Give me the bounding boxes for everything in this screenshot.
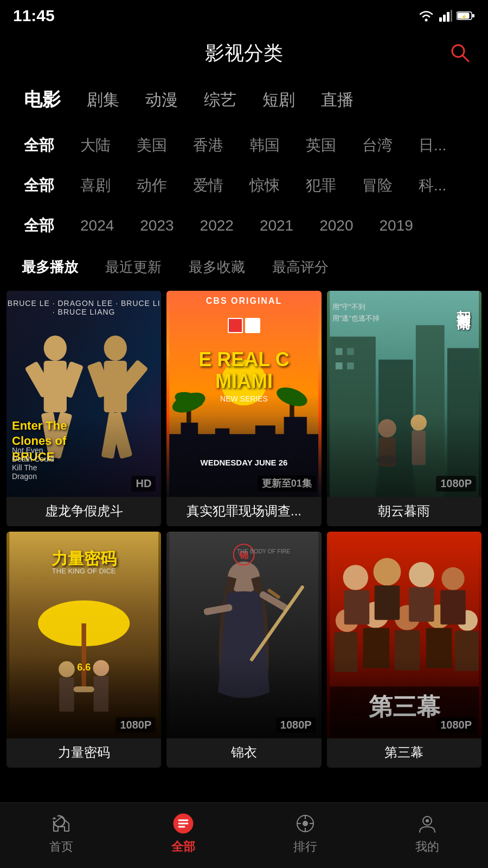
year-2020[interactable]: 2020 [306,214,366,238]
year-2022[interactable]: 2022 [187,214,247,238]
svg-point-70 [441,567,464,590]
all-icon [171,812,195,835]
svg-point-93 [303,821,308,826]
svg-rect-38 [415,325,444,497]
tab-variety[interactable]: 综艺 [191,85,249,116]
category-tabs: 电影 剧集 动漫 综艺 短剧 直播 [0,78,488,127]
svg-point-47 [410,414,427,431]
svg-rect-7 [472,14,474,17]
movie-1-badge: HD [131,476,156,492]
tab-short[interactable]: 短剧 [249,85,308,116]
movie-2-title: 真实犯罪现场调查... [166,497,321,526]
search-button[interactable] [448,41,472,67]
tab-live[interactable]: 直播 [308,85,367,116]
year-all[interactable]: 全部 [11,212,67,239]
movie-2-main: E REAL CMIAMI NEW SERIES [169,349,318,403]
region-taiwan[interactable]: 台湾 [349,132,406,159]
ranking-icon [293,812,317,835]
svg-point-11 [44,335,67,360]
nav-profile-label: 我的 [415,839,439,855]
region-japan[interactable]: 日... [406,132,459,159]
svg-rect-48 [412,431,425,465]
genre-filter-row: 全部 喜剧 动作 爱情 惊悚 犯罪 冒险 科... [0,168,488,208]
profile-icon [415,812,439,835]
genre-comedy[interactable]: 喜剧 [67,172,124,199]
nav-ranking[interactable]: 排行 [244,812,366,855]
movie-5-badge: 1080P [276,717,316,733]
genre-romance[interactable]: 爱情 [180,172,236,199]
genre-action[interactable]: 动作 [124,172,180,199]
svg-rect-4 [451,10,452,22]
region-all[interactable]: 全部 [11,132,67,159]
sort-highest-rated[interactable]: 最高评分 [261,254,339,280]
status-bar: 11:45 ⚡ [0,0,488,29]
page-title: 影视分类 [205,40,283,67]
header: 影视分类 [0,29,488,78]
svg-point-69 [409,562,434,587]
tab-anime[interactable]: 动漫 [132,85,191,116]
svg-rect-84 [454,631,478,671]
svg-rect-51 [81,624,86,693]
sort-recent[interactable]: 最近更新 [94,254,172,280]
svg-rect-43 [347,362,354,369]
wifi-icon [418,10,435,22]
svg-rect-81 [363,628,389,668]
genre-thriller[interactable]: 惊悚 [236,172,293,199]
svg-rect-89 [178,819,189,821]
genre-crime[interactable]: 犯罪 [293,172,349,199]
tab-movie[interactable]: 电影 [11,83,74,117]
signal-icon [439,10,452,22]
movie-6-art: 第三幕 [327,532,481,738]
svg-point-67 [343,565,368,590]
bottom-nav: 首页 全部 排行 [0,802,488,868]
genre-scifi[interactable]: 科... [406,172,459,199]
year-2024[interactable]: 2024 [67,214,127,238]
status-time: 11:45 [13,7,55,25]
genre-adventure[interactable]: 冒险 [349,172,406,199]
sort-most-collected[interactable]: 最多收藏 [178,254,256,280]
year-2019[interactable]: 2019 [366,214,426,238]
nav-ranking-label: 排行 [293,839,317,855]
movie-card-4[interactable]: 力量密码 THE KING OF DICE 6.6 1080P 力量密码 [7,532,161,767]
region-usa[interactable]: 美国 [124,132,180,159]
movie-5-title: 锦衣 [166,738,321,768]
svg-rect-2 [443,15,446,22]
svg-rect-82 [394,630,419,671]
svg-rect-90 [178,822,189,825]
svg-rect-40 [336,348,343,355]
region-korea[interactable]: 韩国 [236,132,293,159]
svg-rect-79 [440,590,465,624]
svg-rect-1 [439,17,442,22]
sort-most-played[interactable]: 最多播放 [11,254,89,280]
region-uk[interactable]: 英国 [293,132,349,159]
movie-4-bottom-text: 6.6 [7,662,161,673]
region-hongkong[interactable]: 香港 [180,132,236,159]
svg-rect-39 [447,348,479,497]
status-icons: ⚡ [418,10,475,22]
movie-4-sub: THE KING OF DICE [7,567,161,575]
sort-tabs: 最多播放 最近更新 最多收藏 最高评分 [0,248,488,291]
svg-point-68 [373,558,401,586]
movie-card-2[interactable]: CBS ORIGINAL E REAL CMIAMI NEW SERIES WE… [166,291,321,526]
movie-3-title: 朝云暮雨 [327,497,481,526]
svg-rect-56 [74,687,94,693]
svg-point-46 [375,455,398,464]
movie-grid: BRUCE LE · DRAGON LEE · BRUCE LI · BRUCE… [0,291,488,778]
region-mainland[interactable]: 大陆 [67,132,124,159]
movie-card-1[interactable]: BRUCE LE · DRAGON LEE · BRUCE LI · BRUCE… [7,291,161,526]
movie-card-5[interactable]: 锦 THE BODY OF FIRE 1080P 锦衣 [166,532,321,767]
year-2021[interactable]: 2021 [247,214,306,238]
region-filter-row: 全部 大陆 美国 香港 韩国 英国 台湾 日... [0,127,488,168]
nav-home[interactable]: 首页 [0,812,122,855]
genre-all[interactable]: 全部 [11,172,67,199]
movie-4-badge: 1080P [115,717,156,733]
year-2023[interactable]: 2023 [127,214,187,238]
nav-profile[interactable]: 我的 [366,812,488,855]
tab-series[interactable]: 剧集 [74,85,132,116]
movie-card-3[interactable]: 朝云暮雨 用"守"不到用"逃"也逃不掉 1080P 朝云暮雨 [327,291,481,526]
nav-all[interactable]: 全部 [122,812,244,855]
nav-all-label: 全部 [171,839,195,855]
movie-3-badge: 1080P [436,476,476,492]
movie-card-6[interactable]: 第三幕 1080P 第三幕 [327,532,481,767]
svg-point-44 [378,419,396,438]
